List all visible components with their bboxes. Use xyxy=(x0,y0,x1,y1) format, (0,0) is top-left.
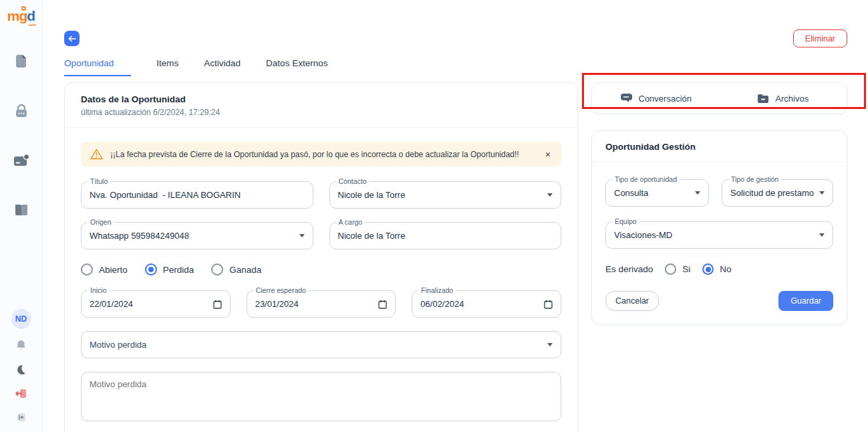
cierre-esperado-value: 23/01/2024 xyxy=(255,299,374,309)
arrow-left-icon xyxy=(68,35,76,42)
actions-card: Conversación Archivos xyxy=(591,82,847,114)
radio-si[interactable]: Si xyxy=(665,263,690,275)
logout-icon xyxy=(15,389,27,399)
book-icon xyxy=(14,203,29,217)
cierre-esperado-field[interactable]: Cierre esperado 23/01/2024 xyxy=(247,290,396,318)
radio-ganada[interactable]: Ganada xyxy=(211,263,261,276)
es-derivado-label: Es derivado xyxy=(605,264,653,274)
files-label: Archivos xyxy=(775,94,809,104)
origen-label: Origen xyxy=(88,218,114,226)
sidebar-item-security[interactable] xyxy=(13,103,29,119)
tipo-oportunidad-field[interactable]: Tipo de oportunidad Consulta xyxy=(605,179,709,207)
inicio-field[interactable]: Inicio 22/01/2024 xyxy=(81,290,231,318)
dark-mode-toggle[interactable] xyxy=(13,361,29,377)
a-cargo-field[interactable]: A cargo xyxy=(329,222,562,249)
contacto-value: Nicole de la Torre xyxy=(338,190,543,200)
chevron-down-icon xyxy=(547,193,553,197)
a-cargo-input[interactable] xyxy=(338,231,553,241)
radio-no[interactable]: No xyxy=(702,263,731,275)
folder-icon xyxy=(757,94,769,104)
chat-icon xyxy=(620,93,633,104)
chevron-down-icon xyxy=(819,191,825,195)
collapse-sidebar-button[interactable] xyxy=(13,409,29,425)
collapse-sidebar-icon xyxy=(17,413,26,422)
tipo-gestion-value: Solicitud de prestamo xyxy=(730,188,814,198)
cancel-button[interactable]: Cancelar xyxy=(605,291,659,311)
sidebar-item-catalog[interactable] xyxy=(13,202,29,218)
origen-field[interactable]: Origen Whatsapp 595984249048 xyxy=(81,222,313,249)
logo-subtext: suite xyxy=(28,23,36,27)
motivo-perdida-textarea[interactable] xyxy=(90,379,553,411)
logout-button[interactable] xyxy=(13,385,29,401)
conversation-label: Conversación xyxy=(639,94,692,104)
calendar-icon[interactable] xyxy=(213,300,222,309)
delete-button[interactable]: Eliminar xyxy=(793,29,847,47)
tipo-oportunidad-label: Tipo de oportunidad xyxy=(612,175,680,183)
save-button[interactable]: Guardar xyxy=(778,291,833,311)
motivo-perdida-select[interactable]: Motivo perdida xyxy=(81,331,561,358)
equipo-field[interactable]: Equipo Visaciones-MD xyxy=(605,221,833,249)
radio-abierto[interactable]: Abierto xyxy=(81,263,128,276)
chevron-down-icon xyxy=(695,191,700,195)
right-panel: Conversación Archivos Oportunidad Gestió… xyxy=(591,82,847,325)
logo-text-d: d xyxy=(27,8,35,23)
calendar-icon[interactable] xyxy=(544,300,553,309)
bell-icon xyxy=(16,340,26,350)
titulo-field[interactable]: Título xyxy=(81,181,313,209)
tipo-oportunidad-value: Consulta xyxy=(614,188,690,198)
tipo-gestion-label: Tipo de gestión xyxy=(728,175,781,183)
titulo-label: Título xyxy=(88,177,110,185)
gestion-title: Oportunidad Gestión xyxy=(605,142,833,152)
inicio-value: 22/01/2024 xyxy=(90,299,208,309)
finalizado-field[interactable]: Finalizado 06/02/2024 xyxy=(412,290,561,318)
warning-banner: ¡¡La fecha prevista de Cierre de la Opor… xyxy=(81,142,561,167)
radio-circle[interactable] xyxy=(81,263,93,276)
tipo-gestion-field[interactable]: Tipo de gestión Solicitud de prestamo xyxy=(722,179,833,207)
radio-circle[interactable] xyxy=(211,263,223,276)
radio-abierto-label: Abierto xyxy=(99,265,128,275)
titulo-input[interactable] xyxy=(90,190,305,200)
tab-datos-externos[interactable]: Datos Externos xyxy=(266,58,327,76)
sidebar-item-payments[interactable] xyxy=(13,152,29,169)
contacto-field[interactable]: Contacto Nicole de la Torre xyxy=(329,181,562,209)
motivo-perdida-select-placeholder: Motivo perdida xyxy=(90,340,542,350)
user-avatar[interactable]: ND xyxy=(11,309,31,329)
radio-circle-selected[interactable] xyxy=(145,263,157,276)
tab-items[interactable]: Items xyxy=(156,58,178,76)
document-icon xyxy=(14,54,28,69)
lock-icon xyxy=(14,104,29,118)
sidebar: mgd suite xyxy=(0,0,43,432)
divider xyxy=(592,161,847,162)
moon-icon xyxy=(16,364,26,374)
calendar-icon[interactable] xyxy=(378,300,387,309)
radio-perdida[interactable]: Perdida xyxy=(145,263,194,276)
radio-perdida-label: Perdida xyxy=(163,265,194,275)
back-button[interactable] xyxy=(64,31,80,46)
opportunity-data-card: Datos de la Oportunidad última actualiza… xyxy=(64,82,578,432)
a-cargo-label: A cargo xyxy=(336,218,366,226)
card-icon xyxy=(13,153,29,168)
logo-dot xyxy=(21,6,26,11)
radio-circle-selected[interactable] xyxy=(702,263,714,275)
warning-text: ¡¡La fecha prevista de Cierre de la Opor… xyxy=(110,150,537,159)
close-warning-icon[interactable]: × xyxy=(544,150,552,159)
inicio-label: Inicio xyxy=(88,286,110,294)
tab-oportunidad[interactable]: Oportunidad xyxy=(64,58,131,76)
radio-circle[interactable] xyxy=(665,263,676,275)
radio-si-label: Si xyxy=(682,264,690,274)
cierre-esperado-label: Cierre esperado xyxy=(253,286,309,294)
es-derivado-group: Es derivado Si No xyxy=(605,263,833,275)
radio-ganada-label: Ganada xyxy=(229,265,261,275)
tab-actividad[interactable]: Actividad xyxy=(204,58,241,76)
sidebar-item-documents[interactable] xyxy=(13,53,29,70)
conversation-button[interactable]: Conversación xyxy=(592,83,720,114)
status-radio-group: Abierto Perdida Ganada xyxy=(81,263,561,276)
notifications-button[interactable] xyxy=(13,337,29,353)
contacto-label: Contacto xyxy=(336,177,370,185)
app-logo[interactable]: mgd suite xyxy=(7,8,35,24)
card-title: Datos de la Oportunidad xyxy=(81,94,561,104)
divider xyxy=(65,127,577,128)
files-button[interactable]: Archivos xyxy=(720,83,847,114)
motivo-perdida-textarea-wrap[interactable] xyxy=(81,372,561,421)
chevron-down-icon xyxy=(299,234,305,237)
